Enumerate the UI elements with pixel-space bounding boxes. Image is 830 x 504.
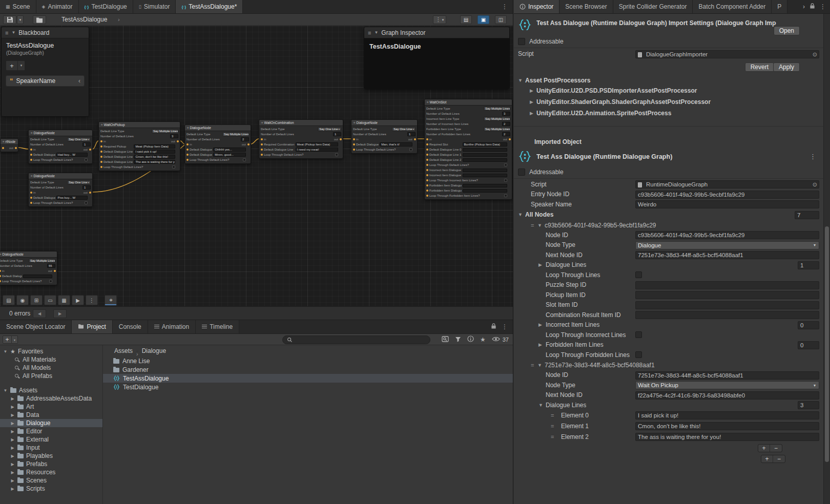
node-row[interactable]: Required Pickup Meat (Pickup Item Data) — [99, 144, 180, 149]
node-row[interactable]: Forbidden Item Dialogue Line 1 — [425, 188, 512, 193]
speaker-name-field[interactable]: Weirdo — [635, 200, 819, 208]
node-row[interactable]: Number of Forbidden Item Lines 2 — [425, 132, 512, 137]
node-row-value[interactable]: Say Multiple Lines — [484, 127, 510, 131]
node-row-value[interactable]: out — [171, 140, 175, 143]
project-tree-folder[interactable]: ▶ Resources — [0, 468, 102, 476]
node-row[interactable]: Default Dialogue Line Piss boy... W — [29, 195, 92, 200]
list-size-field[interactable]: 0 — [798, 321, 819, 329]
node-row[interactable]: Default Line Type Say One Line — [259, 127, 343, 132]
node-row-value[interactable]: Had boy... W — [56, 153, 88, 157]
drag-handle-icon[interactable]: = — [551, 421, 554, 432]
bottom-tab[interactable]: Project — [72, 320, 112, 333]
project-tree-folder[interactable]: ▶ Input — [0, 444, 102, 452]
node-row-value[interactable]: out — [84, 191, 88, 194]
node-row-value[interactable]: 1 — [82, 185, 91, 190]
script-object-field[interactable]: DialogueGraphImporter ⊙ — [635, 50, 819, 58]
node-element-header[interactable]: = ▼ 7251e73e-38d3-44ff-a8c5-bcf54088aaf1 — [514, 360, 823, 370]
node-row-value[interactable] — [463, 174, 507, 177]
property-value-field[interactable] — [635, 281, 819, 289]
add-element-button[interactable]: + — [758, 445, 770, 452]
addressable-checkbox[interactable] — [518, 169, 525, 176]
main-tab[interactable]: ◈ Animator — [36, 0, 79, 13]
node-row[interactable]: Number of Default Lines 1 — [351, 132, 417, 137]
lock-icon[interactable] — [491, 322, 496, 331]
project-tree-folder[interactable]: ▶ AddressableAssetsData — [0, 394, 102, 403]
collapse-caret-icon[interactable]: ▼ — [374, 30, 378, 35]
project-tree-folder[interactable]: ▶ Scripts — [0, 485, 102, 493]
node-row[interactable]: Required Slot Bonfire (Pickup Item Data) — [425, 142, 512, 147]
open-in-search-icon[interactable] — [442, 335, 449, 344]
add-property-dropdown-arrow[interactable]: ▾ — [18, 60, 25, 71]
node-row-value[interactable]: Say One Line — [67, 137, 91, 141]
inspector-tab[interactable]: Scene Browser — [559, 0, 613, 13]
node-row-value[interactable] — [409, 148, 412, 151]
foldout-arrow-icon[interactable]: ▶ — [530, 108, 533, 119]
object-picker-icon[interactable]: ⊙ — [813, 51, 817, 58]
remove-element-button[interactable]: − — [770, 445, 782, 452]
grid-toggle[interactable]: ▦ — [58, 295, 70, 305]
node-row[interactable]: Loop Through Default Lines? — [351, 147, 417, 152]
inspector-tab[interactable]: P — [772, 0, 787, 13]
node-row-value[interactable]: Man, that's it! — [380, 142, 412, 146]
collapse-arrow-icon[interactable]: ▼ — [3, 349, 8, 354]
node-row-value[interactable] — [335, 153, 338, 156]
node-row[interactable]: Loop Through Default Lines? — [29, 200, 92, 205]
search-input[interactable] — [295, 337, 426, 344]
node-row-value[interactable]: 55 — [47, 264, 55, 268]
revert-button[interactable]: Revert — [745, 62, 774, 72]
scrollbar-thumb[interactable] — [825, 226, 829, 462]
node-row[interactable]: Number of Default Lines 1 — [29, 185, 92, 190]
all-nodes-count-field[interactable]: 7 — [795, 211, 819, 219]
node-row[interactable]: in out — [351, 137, 417, 142]
node-row[interactable]: Number of Default Lines 1 — [259, 132, 343, 137]
graph-options-menu[interactable]: ⋮▾ — [433, 15, 446, 24]
inspector-toggle[interactable]: ◉ — [16, 295, 29, 305]
asset-postprocessors-foldout[interactable]: ▼ Asset PostProcessors — [514, 76, 823, 85]
property-value-field[interactable]: f22a475e-4c2f-41c6-9b73-6a83498abfe0 — [635, 391, 819, 400]
blackboard-toggle[interactable]: ▤ — [460, 15, 472, 24]
node-row[interactable]: Incorrect Item Line Type Say Multiple Li… — [425, 116, 512, 121]
foldout-arrow-icon[interactable]: ▼ — [537, 220, 542, 230]
favorites-root[interactable]: ▼ ★ Favorites — [0, 347, 102, 355]
project-tree-folder[interactable]: ▶ Prefabs — [0, 460, 102, 468]
node-row[interactable]: Required Combination Result Meat (Pickup… — [259, 142, 343, 147]
apply-button[interactable]: Apply — [773, 62, 800, 72]
bottom-tab[interactable]: Timeline — [196, 320, 239, 333]
property-value-field[interactable] — [635, 271, 642, 278]
bottom-tab[interactable]: Scene Object Locator — [0, 320, 72, 333]
foldout-arrow-icon[interactable]: ▼ — [537, 360, 542, 370]
project-tree-folder[interactable]: ▶ Art — [0, 403, 102, 411]
node-row-value[interactable]: out — [408, 138, 412, 141]
node-row[interactable]: in out — [29, 190, 92, 195]
node-row-value[interactable]: Say Multiple Lines — [29, 259, 55, 263]
tab-overflow-chevron-icon[interactable]: › — [803, 3, 805, 10]
inspector-tab[interactable]: Inspector — [514, 0, 559, 13]
node-row-value[interactable]: out — [84, 148, 88, 151]
collapse-caret-icon[interactable]: ▼ — [11, 30, 15, 35]
foldout-arrow-icon[interactable]: ▶ — [538, 320, 542, 330]
addressable-checkbox[interactable] — [518, 38, 525, 45]
node-row[interactable]: Loop Through Forbidden Item Lines? — [425, 193, 512, 198]
code-toggle[interactable]: ‹› — [105, 295, 117, 305]
main-tab[interactable]: ▯ Simulator — [133, 0, 176, 13]
node-row[interactable]: in out — [185, 142, 251, 147]
graph-node[interactable]: WaitOnCombination Default Line Type Say … — [259, 119, 343, 159]
property-value-field[interactable]: 7251e73e-38d3-44ff-a8c5-bcf54088aaf1 — [635, 251, 819, 259]
bottom-tab[interactable]: Animation — [148, 320, 196, 333]
graph-node[interactable]: DialogueNode Default Line Type Say One L… — [28, 130, 93, 164]
project-search-field[interactable] — [282, 335, 430, 344]
node-row-value[interactable]: 2 — [502, 132, 510, 136]
node-row-value[interactable]: out — [48, 269, 52, 272]
main-tab[interactable]: ▦ Scene — [0, 0, 36, 13]
more-menu[interactable]: ⋮ — [86, 295, 98, 305]
property-value-field[interactable]: The ass is waiting there for you! — [635, 433, 819, 441]
expand-arrow-icon[interactable]: ▶ — [10, 429, 15, 434]
assets-root[interactable]: ▼ Assets — [0, 386, 102, 394]
expand-arrow-icon[interactable]: ▶ — [10, 487, 15, 491]
property-value-field[interactable] — [635, 311, 819, 319]
node-row[interactable]: Default Line Type Say One Line — [351, 127, 417, 132]
property-value-field[interactable] — [635, 301, 819, 309]
node-row-value[interactable]: 3 — [170, 134, 178, 138]
favorites-item[interactable]: All Models — [0, 364, 102, 372]
node-row-value[interactable] — [463, 148, 507, 152]
